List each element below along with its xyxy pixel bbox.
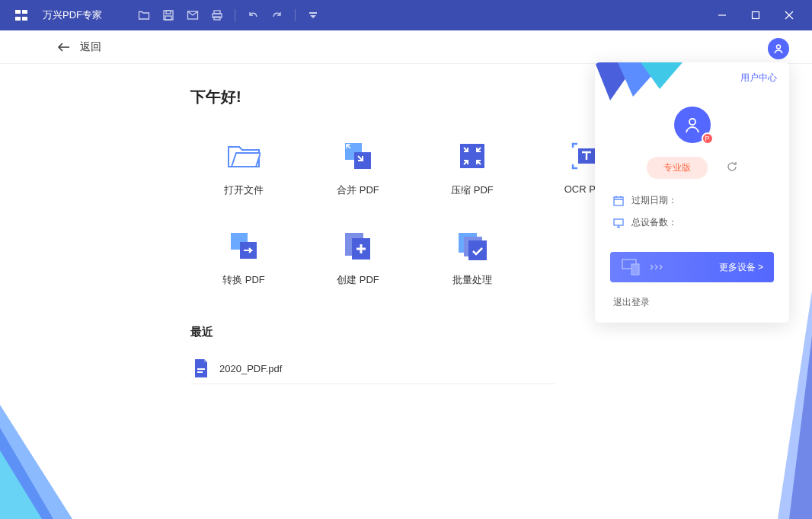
maximize-button[interactable] <box>739 0 772 30</box>
decorative-corner-br-icon <box>766 291 812 519</box>
action-label: 批量处理 <box>452 273 492 287</box>
devices-label: 总设备数： <box>631 216 677 229</box>
svg-point-34 <box>689 119 695 125</box>
compress-pdf-action[interactable]: 压缩 PDF <box>419 138 526 197</box>
devices-row: 总设备数： <box>613 216 771 229</box>
open-file-icon <box>225 138 262 174</box>
svg-rect-2 <box>15 14 27 17</box>
svg-marker-11 <box>310 15 316 18</box>
mail-icon[interactable] <box>181 4 204 27</box>
user-avatar[interactable]: P <box>674 107 711 143</box>
svg-point-17 <box>777 45 781 49</box>
refresh-button[interactable] <box>726 161 738 176</box>
pro-badge-icon: P <box>702 132 714 145</box>
merge-pdf-icon <box>340 138 376 174</box>
decorative-shapes-icon <box>595 62 686 116</box>
action-label: 压缩 PDF <box>451 183 494 197</box>
redo-icon[interactable] <box>266 4 289 27</box>
more-devices-button[interactable]: 更多设备 > <box>610 252 774 282</box>
svg-rect-13 <box>753 12 759 19</box>
pdf-file-icon <box>193 359 209 377</box>
svg-rect-28 <box>468 240 487 260</box>
minimize-button[interactable] <box>705 0 739 30</box>
save-icon[interactable] <box>157 4 180 27</box>
svg-rect-43 <box>631 264 639 275</box>
menu-dropdown-icon[interactable] <box>302 4 324 27</box>
svg-rect-29 <box>197 368 205 370</box>
batch-process-action[interactable]: 批量处理 <box>419 228 526 287</box>
undo-icon[interactable] <box>241 4 264 27</box>
titlebar: 万兴PDF专家 <box>0 0 812 30</box>
app-title: 万兴PDF专家 <box>43 8 102 22</box>
merge-pdf-action[interactable]: 合并 PDF <box>305 138 411 197</box>
batch-process-icon <box>454 228 491 264</box>
calendar-icon <box>613 196 624 206</box>
create-pdf-icon <box>340 228 376 264</box>
account-info: 过期日期： 总设备数： <box>595 194 789 252</box>
app-window: 万兴PDF专家 返回 下午好! <box>0 0 812 519</box>
user-avatar-button[interactable] <box>768 38 789 59</box>
recent-file-name: 2020_PDF.pdf <box>219 363 282 374</box>
action-label: 打开文件 <box>224 183 264 197</box>
devices-icon <box>621 258 644 276</box>
svg-rect-9 <box>214 17 220 20</box>
action-label: 创建 PDF <box>337 273 379 287</box>
decorative-corner-bl-icon <box>0 397 91 519</box>
toolbar <box>133 4 324 27</box>
app-logo-icon <box>12 6 30 24</box>
open-file-action[interactable]: 打开文件 <box>190 138 297 197</box>
svg-rect-30 <box>197 371 203 373</box>
chevrons-right-icon <box>650 264 665 270</box>
print-icon[interactable] <box>206 4 229 27</box>
back-button[interactable]: 返回 <box>57 40 101 54</box>
compress-pdf-icon <box>454 138 491 174</box>
user-panel: 用户中心 P 专业版 过期日期： 总设备数： <box>595 62 789 323</box>
recent-file-item[interactable]: 2020_PDF.pdf <box>190 353 556 384</box>
logout-link[interactable]: 退出登录 <box>595 296 789 309</box>
svg-rect-39 <box>614 219 623 225</box>
monitor-icon <box>613 218 624 228</box>
person-icon <box>683 116 702 134</box>
expiry-label: 过期日期： <box>631 194 677 207</box>
back-label: 返回 <box>80 40 101 54</box>
convert-pdf-icon <box>225 228 262 264</box>
more-devices-label: 更多设备 > <box>719 261 763 274</box>
action-label: 转换 PDF <box>222 273 265 287</box>
arrow-left-icon <box>57 42 71 53</box>
action-label: 合并 PDF <box>337 183 379 197</box>
convert-pdf-action[interactable]: 转换 PDF <box>190 228 297 287</box>
close-button[interactable] <box>772 0 806 30</box>
create-pdf-action[interactable]: 创建 PDF <box>305 228 411 287</box>
svg-rect-4 <box>166 11 171 14</box>
svg-rect-35 <box>614 197 623 205</box>
subheader: 返回 <box>0 30 812 64</box>
svg-rect-10 <box>309 12 317 14</box>
svg-rect-5 <box>165 16 171 20</box>
window-controls <box>705 0 806 30</box>
expiry-row: 过期日期： <box>613 194 771 207</box>
plan-row: 专业版 <box>595 157 789 194</box>
recent-section-title: 最近 <box>190 325 812 339</box>
svg-rect-20 <box>460 144 484 168</box>
user-center-link[interactable]: 用户中心 <box>740 72 777 84</box>
open-folder-icon[interactable] <box>133 4 155 27</box>
pro-plan-badge: 专业版 <box>647 157 708 179</box>
user-panel-header: 用户中心 <box>595 62 789 99</box>
